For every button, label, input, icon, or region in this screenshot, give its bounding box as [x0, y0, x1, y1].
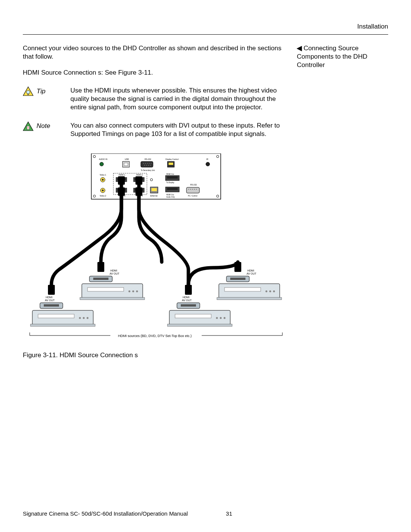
header-rule	[23, 34, 388, 35]
svg-rect-84	[88, 288, 124, 291]
svg-rect-95	[225, 288, 261, 291]
svg-rect-31	[169, 163, 173, 165]
svg-point-21	[145, 163, 146, 164]
svg-point-85	[129, 290, 131, 292]
svg-text:HDMI 1: HDMI 1	[119, 174, 125, 176]
figure-3-11: AUDIO IN USB RS-232 Display Control IR T…	[23, 153, 388, 348]
sidebar-heading: ◀ Connecting Source Components to the DH…	[297, 44, 388, 69]
svg-text:HDMI: HDMI	[247, 269, 254, 272]
svg-point-37	[102, 179, 104, 181]
svg-point-97	[269, 290, 271, 292]
header-section: Installation	[23, 23, 388, 30]
sub-heading: HDMI Source Connection s: See Figure 3-1…	[23, 69, 289, 77]
note-text: You can also connect computers with DVI …	[70, 121, 289, 138]
svg-rect-99	[217, 297, 282, 300]
note-triangle-icon	[23, 121, 33, 131]
svg-rect-74	[118, 176, 125, 185]
svg-point-98	[273, 290, 275, 292]
svg-rect-111	[185, 285, 192, 295]
note-callout: Note You can also connect computers with…	[23, 121, 289, 138]
svg-text:Video 2: Video 2	[100, 195, 106, 197]
svg-rect-100	[48, 285, 55, 295]
svg-rect-110	[30, 324, 95, 326]
svg-text:AV OUT: AV OUT	[45, 299, 55, 302]
svg-point-108	[83, 317, 85, 319]
svg-rect-75	[135, 176, 142, 185]
svg-point-87	[136, 290, 138, 292]
svg-rect-78	[97, 262, 104, 272]
sources-bracket-label: HDMI sources (BD, DVD, DTV Set-Top Box e…	[118, 334, 192, 338]
svg-text:AV OUT: AV OUT	[110, 272, 119, 275]
svg-text:Ethernet: Ethernet	[150, 195, 158, 197]
svg-point-28	[150, 165, 151, 166]
svg-rect-77	[135, 187, 142, 196]
svg-rect-62	[167, 188, 178, 190]
svg-rect-19	[141, 161, 153, 167]
svg-text:HDMI: HDMI	[46, 296, 53, 299]
svg-point-69	[192, 189, 193, 190]
svg-text:Video 1: Video 1	[100, 174, 106, 176]
sidebar-text: Connecting Source Components to the DHD …	[297, 45, 367, 69]
svg-text:PC / Control: PC / Control	[188, 195, 198, 197]
svg-text:Display Control: Display Control	[166, 158, 178, 160]
svg-rect-60	[151, 188, 157, 191]
svg-point-14	[100, 162, 104, 166]
svg-rect-93	[230, 278, 245, 280]
svg-rect-17	[124, 163, 128, 166]
svg-point-118	[216, 317, 218, 319]
tip-label: Tip	[37, 87, 45, 96]
svg-point-1	[27, 91, 30, 94]
svg-text:HDMI Out: HDMI Out	[166, 173, 174, 175]
svg-point-70	[194, 189, 195, 190]
svg-text:RS-232: RS-232	[190, 184, 197, 186]
svg-text:To Secondary Unit: To Secondary Unit	[141, 169, 155, 171]
figure-caption: Figure 3-11. HDMI Source Connection s	[23, 351, 388, 359]
note-label: Note	[37, 122, 50, 130]
svg-point-24	[151, 163, 151, 164]
svg-text:Audio Only: Audio Only	[166, 196, 175, 198]
svg-rect-82	[93, 278, 108, 280]
svg-point-109	[87, 317, 89, 319]
svg-rect-2	[28, 94, 29, 95]
footer-page-number: 31	[226, 510, 233, 517]
tip-text: Use the HDMI inputs whenever possible. T…	[70, 86, 289, 112]
svg-point-25	[144, 165, 145, 166]
svg-point-51	[102, 189, 104, 191]
hdmi-connection-diagram: AUDIO IN USB RS-232 Display Control IR T…	[23, 153, 289, 348]
svg-text:AUDIO IN: AUDIO IN	[99, 158, 108, 160]
lightbulb-triangle-icon	[23, 86, 33, 96]
svg-rect-115	[181, 304, 196, 307]
svg-text:RS-232: RS-232	[145, 158, 151, 160]
svg-rect-66	[186, 187, 199, 193]
svg-text:To Display: To Display	[166, 182, 175, 184]
left-arrow-icon: ◀	[297, 45, 302, 52]
svg-rect-104	[44, 304, 59, 307]
svg-text:AV OUT: AV OUT	[182, 299, 192, 302]
svg-rect-106	[38, 314, 74, 318]
svg-rect-76	[118, 187, 125, 196]
svg-point-26	[146, 165, 147, 166]
svg-rect-88	[80, 297, 145, 300]
svg-rect-46	[167, 176, 178, 179]
svg-text:USB: USB	[125, 158, 129, 160]
svg-rect-117	[175, 314, 211, 318]
svg-point-96	[266, 290, 268, 292]
svg-text:HDMI: HDMI	[183, 296, 190, 299]
tip-callout: Tip Use the HDMI inputs whenever possibl…	[23, 86, 289, 112]
svg-point-86	[132, 290, 134, 292]
svg-point-120	[224, 317, 226, 319]
svg-point-67	[188, 189, 189, 190]
svg-text:HDMI Out: HDMI Out	[166, 194, 174, 196]
svg-point-33	[206, 162, 210, 166]
svg-point-68	[190, 189, 191, 190]
svg-text:IR: IR	[206, 158, 208, 160]
svg-point-20	[143, 163, 144, 164]
svg-text:HDMI 2: HDMI 2	[136, 174, 143, 176]
svg-text:HDMI: HDMI	[110, 269, 117, 272]
intro-text: Connect your video sources to the DHD Co…	[23, 44, 289, 61]
svg-point-22	[147, 163, 148, 164]
footer-title: Signature Cinema SC- 50d/SC-60d Installa…	[23, 510, 188, 517]
svg-point-119	[220, 317, 222, 319]
svg-point-27	[148, 165, 149, 166]
svg-rect-121	[167, 324, 232, 326]
